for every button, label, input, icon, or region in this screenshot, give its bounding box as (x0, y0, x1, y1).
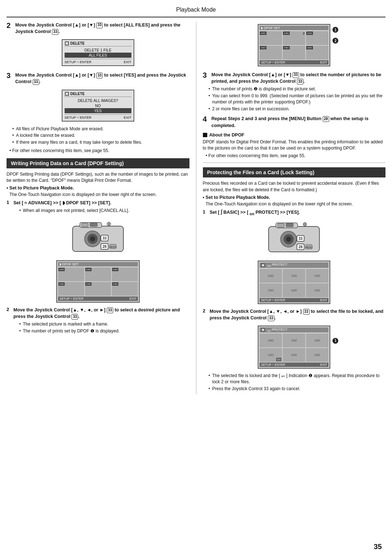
screen1-footer: SETUP ÷ ENTER EXIT (65, 59, 131, 64)
right-step3-header: 3 Move the Joystick Control [▲] or [▼] 3… (203, 71, 386, 85)
svg-text:28: 28 (299, 245, 303, 249)
protect-cell2-4: 040 On (260, 348, 282, 362)
protect-cell2-5: 040 (283, 348, 305, 362)
screen2-row1: DELETE ALL IMAGES? (65, 98, 131, 103)
dpof-cell-1: 040 (58, 267, 84, 281)
inline-num-33h: 33 (297, 79, 303, 85)
dpof-rt-cell-1: 040 (260, 31, 282, 45)
inline-num-33i: 33 (303, 309, 310, 315)
inline-num-33b: 33 (52, 29, 58, 35)
svg-text:33: 33 (299, 237, 303, 241)
inline-num-33j: 33 (268, 315, 274, 321)
inline-num-33c: 33 (96, 73, 103, 78)
dpof-annotations: 1 2 (332, 27, 338, 44)
svg-rect-20 (286, 223, 293, 227)
section2-heading: Protecting the Files on a Card (Lock Set… (203, 167, 386, 177)
right-column: ◗ DPOF SET 040 040 2 040 (196, 22, 386, 394)
dpof-cell-5: 040 (85, 282, 111, 296)
inline-num-33e: 33 (107, 307, 113, 313)
screen1-title: 🔲 DELETE (65, 41, 131, 46)
step3-header: 3 Move the Joystick Control [▲] or [▼] 3… (7, 72, 189, 85)
dpof-cell-3: 040 (112, 267, 138, 281)
protect-cell2-6: 040 (306, 348, 328, 362)
step2-block: 2 Move the Joystick Control [▲] or [▼] 3… (7, 22, 189, 68)
protect-grid-1: 040 040 040 040 040 040 (260, 269, 328, 297)
protect-cell-2: 040 (283, 269, 305, 283)
sub-step2-num: 2 (7, 307, 12, 312)
about-dpof-title: About the DPOF (209, 132, 245, 138)
annotation-2: 2 (332, 38, 338, 44)
about-dpof-icon (203, 133, 207, 137)
dpof-intro: DPOF Setting Printing data (DPOF Setting… (7, 171, 189, 184)
protect-annotation1: 1 (332, 338, 338, 344)
protect-screen1-title: 🔲 On PROTECT (260, 262, 328, 268)
protect-cell2-2: 040 (283, 334, 305, 347)
dpof-rt-cell-5: 040 (283, 46, 305, 60)
sub-step1-bullets: When all images are not printed, select … (19, 208, 129, 214)
protect-cell-3: 040 (306, 269, 328, 283)
r3-bullet1: The number of prints ❷ is displayed in t… (209, 86, 386, 92)
protect-screen2-wrap: 🔲 On PROTECT 040 040 040 040 On 040 (203, 323, 386, 371)
svg-point-3 (90, 236, 95, 241)
protect-cell-1: 040 (260, 269, 282, 283)
right-step4-block: 4 Repeat Steps 2 and 3 and press the [ME… (203, 115, 386, 128)
right-step3-block: 3 Move the Joystick Control [▲] or [▼] 3… (203, 71, 386, 112)
screen1-row2: ALL FILES (65, 53, 131, 58)
set-desc-right: The One-Touch Navigation icon is display… (206, 201, 386, 207)
lock-step2-num: 2 (203, 308, 208, 314)
main-content: 2 Move the Joystick Control [▲] or [▼] 3… (0, 22, 392, 394)
dpof-screen-left-wrap: ◗ DPOF SET 040 040 040 040 (7, 258, 189, 305)
right-step3-num: 3 (203, 71, 209, 79)
dpof-screen-right-top: ◗ DPOF SET 040 040 2 040 (258, 24, 330, 66)
svg-text:28: 28 (102, 245, 107, 249)
lock-step2: 2 Move the Joystick Control [▲, ▼, ◄, or… (203, 308, 386, 321)
protect-footer-2: SETUP ÷ ENTER EXIT (260, 363, 328, 367)
camera-diagram-right: 33 28 MENU (203, 219, 386, 255)
r3-bullet3: 2 or more files can be set in succession… (209, 106, 386, 112)
step3-block: 3 Move the Joystick Control [▲] or [▼] 3… (7, 72, 189, 154)
protect-screen1-wrap: 🔲 On PROTECT 040 040 040 040 040 040 SET… (203, 258, 386, 306)
svg-point-17 (286, 237, 291, 242)
dpof-screen-right-top-inner: ◗ DPOF SET 040 040 2 040 (258, 22, 330, 69)
lock-step1-text: Set [ ʃ BASIC] >> [ on PROTECT] >> [YES]… (210, 209, 300, 217)
sub2-bullet2: The number of prints set by DPOF ❶ is di… (19, 328, 189, 334)
note-text: • For other notes concerning this item, … (9, 148, 189, 154)
step3-bullets: All files of Picture Playback Mode are e… (12, 126, 189, 146)
sub2-bullet1: The selected picture is marked with a fr… (19, 321, 189, 327)
set-desc-left: The One-Touch Navigation icon is display… (9, 192, 189, 198)
camera-svg-right: 33 28 MENU (258, 219, 330, 255)
step3-number: 3 (7, 72, 13, 79)
step3-text: Move the Joystick Control [▲] or [▼] 33 … (15, 72, 189, 85)
lock-step2-bullets: The selected file is locked and the [ ₒₙ… (209, 373, 386, 392)
svg-point-21 (303, 222, 307, 226)
protect-screen2-title: 🔲 On PROTECT (260, 327, 328, 333)
bullet-3: If there are many files on a card, it ma… (12, 139, 189, 146)
dpof-footer-left: SETUP ÷ ENTER EXIT (58, 297, 138, 301)
right-step3-bullets: The number of prints ❷ is displayed in t… (209, 86, 386, 112)
screen2-row2: NO (65, 103, 131, 108)
left-column: 2 Move the Joystick Control [▲] or [▼] 3… (7, 22, 196, 394)
protect-cell-6: 040 (306, 283, 328, 297)
about-dpof-text: DPOF stands for Digital Print Order Form… (203, 139, 386, 152)
inline-num-33: 33 (96, 23, 103, 28)
dpof-grid-left: 040 040 040 040 040 (58, 267, 138, 296)
delete-screen-1: 🔲 DELETE DELETE 1 FILE ALL FILES SETUP ÷… (62, 39, 134, 66)
substep1-bullet: When all images are not printed, select … (19, 208, 129, 214)
inline-num-33g: 33 (293, 72, 299, 78)
right-step3-text: Move the Joystick Control [▲] or [▼] 33 … (212, 71, 386, 85)
dpof-rt-cell-2: 040 2 (283, 31, 305, 45)
svg-rect-6 (90, 223, 97, 226)
screen2-row3: YES (65, 108, 131, 113)
protect-grid-2: 040 040 040 040 On 040 040 (260, 334, 328, 362)
sub-step2: 2 Move the Joystick Control [▲, ▼, ◄, or… (7, 307, 189, 336)
inline-num-28a: 28 (323, 116, 329, 122)
dpof-screen-right-top-wrap: ◗ DPOF SET 040 040 2 040 (203, 22, 386, 69)
lock-step1-num: 1 (203, 209, 208, 214)
about-dpof-note: • For other notes concerning this item, … (206, 153, 386, 159)
dpof-grid-right-top: 040 040 2 040 040 (260, 31, 328, 60)
right-step4-header: 4 Repeat Steps 2 and 3 and press the [ME… (203, 115, 386, 128)
protect-cell-5: 040 (283, 283, 305, 297)
annotation-1: 1 (332, 27, 338, 33)
dpof-cell-4: 040 (58, 282, 84, 296)
protect-screen-1: 🔲 On PROTECT 040 040 040 040 040 040 SET… (258, 261, 330, 304)
